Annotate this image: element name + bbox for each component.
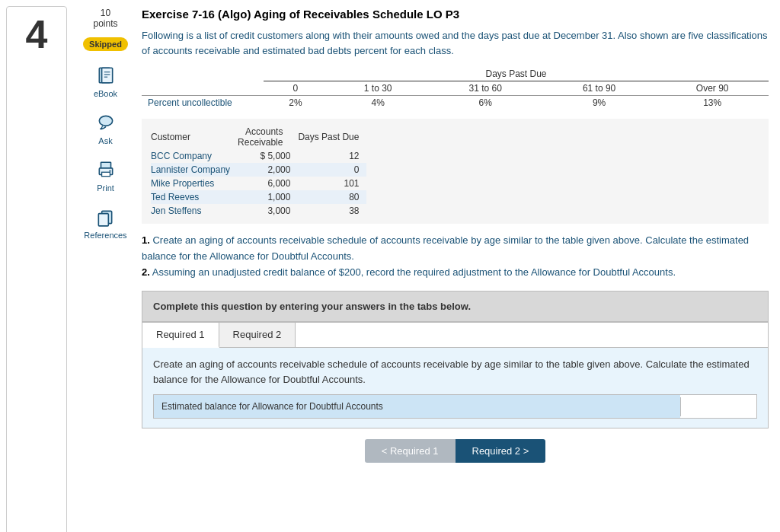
sidebar-item-references[interactable]: References: [84, 205, 126, 240]
days-ted: 80: [298, 190, 366, 204]
svg-rect-6: [101, 162, 110, 168]
svg-rect-1: [101, 68, 112, 83]
instruction-2: 2. Assuming an unadjusted credit balance…: [142, 265, 769, 281]
chat-icon: [94, 110, 118, 135]
col-over-90: Over 90: [656, 81, 769, 96]
book-icon: [94, 63, 118, 88]
intro-text: Following is a list of credit customers …: [142, 28, 769, 58]
col-61-90: 61 to 90: [542, 81, 656, 96]
status-badge: Skipped: [83, 37, 128, 51]
percent-31-60: 6%: [429, 96, 542, 110]
receivable-bcc: $ 5,000: [238, 149, 298, 163]
svg-rect-8: [101, 172, 110, 176]
col-31-60: 31 to 60: [429, 81, 542, 96]
col-0: 0: [264, 81, 328, 96]
percent-61-90: 9%: [542, 96, 656, 110]
table-row: Ted Reeves 1,000 80: [151, 190, 366, 204]
copy-icon: [93, 205, 117, 229]
points-display: 10 points: [93, 8, 117, 30]
col-days-header: Days Past Due: [298, 125, 366, 149]
days-lannister: 0: [298, 163, 366, 177]
days-past-due-header: Days Past Due: [264, 67, 769, 81]
estimated-balance-label: Estimated balance for Allowance for Doub…: [154, 395, 680, 418]
percent-1-30: 4%: [328, 96, 429, 110]
customer-table-wrapper: Customer AccountsReceivable Days Past Du…: [142, 119, 769, 224]
receivable-mike: 6,000: [238, 177, 298, 190]
estimated-balance-input[interactable]: [680, 397, 756, 416]
days-mike: 101: [298, 177, 366, 190]
sidebar-item-references-label: References: [84, 231, 126, 240]
complete-text: Complete this question by entering your …: [153, 301, 471, 312]
customer-ted: Ted Reeves: [151, 190, 238, 204]
sidebar-item-ask[interactable]: Ask: [94, 110, 118, 145]
receivable-lannister: 2,000: [238, 163, 298, 177]
sidebar-item-print[interactable]: Print: [94, 158, 118, 193]
tab-required2[interactable]: Required 2: [219, 323, 296, 347]
customer-bcc: BCC Company: [151, 149, 238, 163]
svg-rect-11: [99, 213, 109, 225]
estimated-balance-row: Estimated balance for Allowance for Doub…: [153, 394, 757, 419]
table-row: Mike Properties 6,000 101: [151, 177, 366, 190]
sidebar-item-ask-label: Ask: [98, 136, 112, 145]
instruction-1: 1. Create an aging of accounts receivabl…: [142, 233, 769, 265]
prev-button[interactable]: < Required 1: [365, 439, 456, 463]
days-past-due-table: Days Past Due 0 1 to 30 31 to 60 61 to 9…: [142, 67, 769, 110]
question-number: 4: [26, 14, 48, 54]
col-receivable-header: AccountsReceivable: [238, 125, 298, 149]
customer-mike: Mike Properties: [151, 177, 238, 190]
col-1-30: 1 to 30: [328, 81, 429, 96]
customer-lannister: Lannister Company: [151, 163, 238, 177]
percent-over-90: 13%: [656, 96, 769, 110]
table-row: Jen Steffens 3,000 38: [151, 204, 366, 218]
sidebar-item-print-label: Print: [97, 183, 114, 193]
sidebar: 10 points Skipped eBook: [73, 0, 138, 532]
tab-content-required1: Create an aging of accounts receivable s…: [142, 348, 768, 428]
days-bcc: 12: [298, 149, 366, 163]
percent-0: 2%: [264, 96, 328, 110]
receivable-ted: 1,000: [238, 190, 298, 204]
tab-description: Create an aging of accounts receivable s…: [153, 357, 757, 387]
tabs-container: Required 1 Required 2 Create an aging of…: [142, 322, 769, 428]
svg-point-9: [109, 170, 110, 171]
nav-buttons: < Required 1 Required 2 >: [142, 439, 769, 463]
main-content: Exercise 7-16 (Algo) Aging of Receivable…: [138, 0, 780, 532]
instructions: 1. Create an aging of accounts receivabl…: [142, 233, 769, 280]
days-jen: 38: [298, 204, 366, 218]
question-number-panel: 4: [6, 6, 67, 532]
receivable-jen: 3,000: [238, 204, 298, 218]
tab-required1[interactable]: Required 1: [142, 323, 219, 348]
svg-point-5: [99, 116, 112, 126]
sidebar-item-ebook[interactable]: eBook: [94, 63, 118, 98]
exercise-title: Exercise 7-16 (Algo) Aging of Receivable…: [142, 8, 769, 21]
customer-jen: Jen Steffens: [151, 204, 238, 218]
col-customer-header: Customer: [151, 125, 238, 149]
percent-label: Percent uncollectible: [142, 96, 264, 110]
table-row: BCC Company $ 5,000 12: [151, 149, 366, 163]
next-button[interactable]: Required 2 >: [456, 439, 546, 463]
table-row: Lannister Company 2,000 0: [151, 163, 366, 177]
tabs-header: Required 1 Required 2: [142, 323, 768, 348]
printer-icon: [94, 158, 118, 182]
complete-box: Complete this question by entering your …: [142, 291, 769, 322]
sidebar-item-ebook-label: eBook: [94, 89, 117, 98]
